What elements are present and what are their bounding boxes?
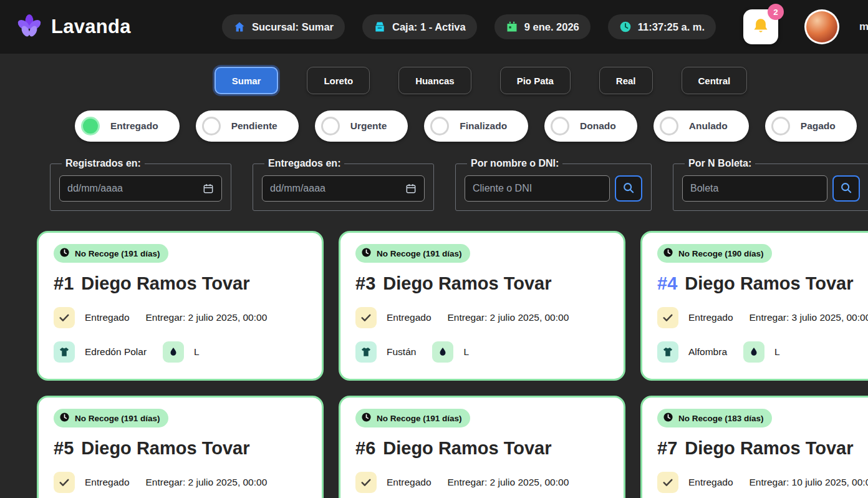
- order-card[interactable]: No Recoge (190 días) #4 Diego Ramos Tova…: [640, 231, 868, 381]
- item-size: L: [194, 346, 200, 358]
- order-number: #7: [657, 438, 677, 459]
- app-header: Lavanda Sucursal: Sumar Caja: 1 - Activa…: [0, 0, 868, 54]
- tab-loreto[interactable]: Loreto: [307, 67, 370, 94]
- clock-badge-icon: [663, 412, 673, 424]
- deliver-date: Entregar: 2 julio 2025, 00:00: [448, 312, 569, 323]
- order-number: #5: [54, 438, 74, 459]
- orders-grid: No Recoge (191 días) #1 Diego Ramos Tova…: [0, 231, 868, 498]
- filter-entregado[interactable]: Entregado: [75, 110, 180, 142]
- shirt-icon: [657, 341, 678, 363]
- check-icon: [657, 472, 678, 493]
- order-status: Entregado: [688, 312, 733, 323]
- droplet-icon: [743, 341, 764, 363]
- tab-sumar[interactable]: Sumar: [215, 67, 279, 94]
- clock-badge-icon: [361, 247, 372, 260]
- order-card[interactable]: No Recoge (191 días) #5 Diego Ramos Tova…: [37, 396, 324, 498]
- filter-donado[interactable]: Donado: [544, 110, 637, 142]
- no-recoge-badge-label: No Recoge (191 días): [75, 414, 160, 423]
- item-size: L: [463, 346, 469, 358]
- clock-badge-icon: [361, 412, 372, 424]
- name-dni-filter: Por nombre o DNI:: [455, 158, 652, 211]
- item-name: Fustán: [387, 346, 416, 358]
- delivered-date-legend: Entregados en:: [264, 158, 344, 169]
- droplet-icon: [163, 341, 184, 363]
- customer-name: Diego Ramos Tovar: [81, 273, 249, 294]
- date-pill-label: 9 ene. 2026: [524, 21, 579, 33]
- filter-label: Anulado: [689, 120, 728, 132]
- radio-icon: [660, 117, 678, 135]
- no-recoge-badge: No Recoge (191 días): [355, 244, 470, 263]
- filter-pagado[interactable]: Pagado: [765, 110, 857, 142]
- tab-huancas[interactable]: Huancas: [398, 67, 471, 94]
- order-status: Entregado: [85, 477, 130, 488]
- check-icon: [355, 472, 377, 493]
- radio-icon: [202, 117, 221, 135]
- item-name: Edredón Polar: [85, 346, 147, 358]
- delivered-date-input[interactable]: [262, 175, 425, 202]
- item-size: L: [774, 346, 780, 358]
- check-icon: [355, 307, 377, 328]
- shirt-icon: [355, 341, 377, 363]
- item-name: Alfombra: [688, 346, 727, 358]
- filter-pendiente[interactable]: Pendiente: [196, 110, 299, 142]
- registered-date-input[interactable]: [59, 175, 222, 202]
- name-dni-search-button[interactable]: [615, 175, 642, 202]
- boleta-search-button[interactable]: [832, 175, 860, 202]
- no-recoge-badge: No Recoge (191 días): [54, 409, 168, 427]
- notifications-button[interactable]: 2: [743, 9, 778, 44]
- deliver-date: Entregar: 10 julio 2025, 00:00: [750, 477, 868, 488]
- user-avatar-photo: [806, 11, 837, 42]
- filter-label: Finalizado: [460, 120, 507, 132]
- customer-name: Diego Ramos Tovar: [81, 438, 249, 459]
- tab-real[interactable]: Real: [599, 67, 653, 94]
- order-card[interactable]: No Recoge (183 días) #7 Diego Ramos Tova…: [640, 396, 868, 498]
- no-recoge-badge: No Recoge (190 días): [657, 244, 772, 263]
- header-status-pills: Sucursal: Sumar Caja: 1 - Activa 9 ene. …: [222, 14, 716, 39]
- item-row: Fustán L: [355, 341, 609, 363]
- clock-badge-icon: [59, 412, 70, 424]
- check-icon: [54, 472, 75, 493]
- user-avatar[interactable]: [804, 9, 839, 44]
- radio-icon: [551, 117, 569, 135]
- status-row: Entregado Entregar: 3 julio 2025, 00:00: [657, 307, 868, 328]
- lavanda-logo-icon: [15, 12, 44, 41]
- name-dni-input[interactable]: [465, 175, 610, 202]
- order-number: #6: [355, 438, 375, 459]
- boleta-filter: Por N Boleta:: [673, 158, 868, 211]
- date-pill[interactable]: 9 ene. 2026: [494, 14, 591, 39]
- radio-selected-icon: [81, 117, 100, 135]
- tab-central[interactable]: Central: [682, 67, 748, 94]
- search-icon: [622, 181, 635, 197]
- no-recoge-badge-label: No Recoge (191 días): [377, 249, 462, 258]
- app-title: Lavanda: [51, 16, 131, 38]
- order-card[interactable]: No Recoge (191 días) #1 Diego Ramos Tova…: [37, 231, 324, 381]
- order-title: #7 Diego Ramos Tovar: [657, 438, 868, 459]
- filter-finalizado[interactable]: Finalizado: [424, 110, 528, 142]
- branch-pill[interactable]: Sucursal: Sumar: [222, 14, 345, 39]
- radio-icon: [430, 117, 449, 135]
- boleta-input[interactable]: [682, 175, 827, 202]
- order-title: #3 Diego Ramos Tovar: [355, 273, 609, 294]
- cash-register-pill[interactable]: Caja: 1 - Activa: [362, 14, 477, 39]
- order-card[interactable]: No Recoge (191 días) #3 Diego Ramos Tova…: [339, 231, 625, 381]
- order-number: #4: [657, 273, 677, 294]
- check-icon: [54, 307, 75, 328]
- clock-badge-icon: [663, 247, 673, 260]
- time-pill[interactable]: 11:37:25 a. m.: [608, 14, 716, 39]
- filter-anulado[interactable]: Anulado: [653, 110, 749, 142]
- order-number: #1: [54, 273, 74, 294]
- deliver-date: Entregar: 2 julio 2025, 00:00: [448, 477, 569, 488]
- order-status: Entregado: [688, 477, 733, 488]
- no-recoge-badge: No Recoge (191 días): [54, 244, 168, 263]
- no-recoge-badge-label: No Recoge (191 días): [377, 414, 462, 423]
- tab-pio-pata[interactable]: Pio Pata: [500, 67, 571, 94]
- order-status: Entregado: [85, 312, 130, 323]
- cash-register-icon: [374, 21, 386, 33]
- order-card[interactable]: No Recoge (191 días) #6 Diego Ramos Tova…: [339, 396, 625, 498]
- filter-urgente[interactable]: Urgente: [315, 110, 408, 142]
- search-icon: [839, 181, 853, 197]
- no-recoge-badge: No Recoge (191 días): [355, 409, 470, 427]
- deliver-date: Entregar: 3 julio 2025, 00:00: [750, 312, 868, 323]
- customer-name: Diego Ramos Tovar: [685, 438, 853, 459]
- droplet-icon: [432, 341, 453, 363]
